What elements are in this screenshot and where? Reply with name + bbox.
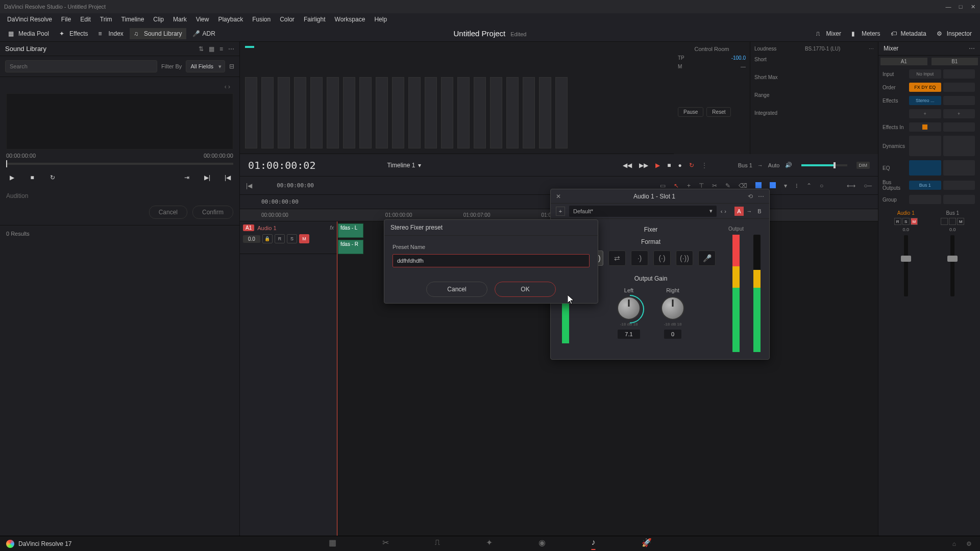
options-icon[interactable]: ⋯ — [969, 45, 975, 52]
flag-blue-icon[interactable] — [755, 182, 762, 188]
rewind-icon[interactable]: ◀◀ — [623, 162, 632, 169]
menu-item[interactable]: Color — [276, 14, 299, 24]
pointer-tool-icon[interactable]: ↖ — [674, 182, 679, 189]
search-input[interactable] — [5, 60, 157, 72]
menu-item[interactable]: Clip — [149, 14, 168, 24]
marker-blue-icon[interactable] — [770, 182, 776, 188]
add-marker-icon[interactable]: + — [687, 182, 691, 189]
add-effect-button[interactable]: + — [909, 109, 941, 118]
b-button[interactable]: B — [755, 207, 764, 216]
menu-item[interactable]: Timeline — [117, 14, 148, 24]
input-cell[interactable]: No Input — [909, 69, 941, 79]
menu-item[interactable]: Fairlight — [300, 14, 330, 24]
reset-icon[interactable]: ⟲ — [748, 193, 753, 200]
edit-page-icon[interactable]: ⎍ — [435, 538, 440, 550]
play-icon[interactable]: ▶ — [655, 162, 660, 169]
bus-output-cell[interactable]: Bus 1 — [909, 181, 941, 190]
menu-item[interactable]: Trim — [96, 14, 116, 24]
range-tool-icon[interactable]: ⊤ — [699, 182, 704, 189]
play-icon[interactable]: ▶ — [6, 172, 17, 183]
fader-slider[interactable] — [904, 235, 908, 296]
inspector-button[interactable]: ⚙Inspector — [933, 28, 976, 39]
fader-slider[interactable] — [950, 235, 954, 296]
audio-clip[interactable]: fdas - L — [338, 223, 363, 238]
track-name[interactable]: Audio 1 — [257, 225, 276, 231]
scrub-bar[interactable] — [6, 163, 233, 165]
main-timecode[interactable]: 01:00:00:02 — [248, 159, 315, 171]
index-button[interactable]: ≡Index — [94, 28, 128, 39]
track-header[interactable]: A1 Audio 1 fx 0.0 🔒 R S M — [240, 221, 337, 254]
record-arm-button[interactable]: R — [275, 234, 285, 243]
timecode-2[interactable]: 00:00:00:00 — [261, 198, 299, 205]
menu-item[interactable]: DaVinci Resolve — [3, 14, 56, 24]
arrow-icon[interactable]: → — [745, 207, 754, 216]
cancel-button[interactable]: Cancel — [149, 206, 187, 219]
menu-item[interactable]: View — [192, 14, 213, 24]
menu-item[interactable]: Workspace — [331, 14, 370, 24]
cancel-button[interactable]: Cancel — [426, 282, 487, 297]
playhead[interactable] — [337, 221, 337, 536]
format-side-button[interactable]: (·)) — [676, 251, 693, 266]
automation-icon[interactable]: ⋮ — [701, 162, 707, 169]
meters-button[interactable]: ▮Meters — [847, 28, 885, 39]
format-mic-button[interactable]: 🎤 — [698, 251, 716, 266]
options-icon[interactable]: ⋯ — [228, 45, 234, 53]
next-preset-icon[interactable]: › — [724, 208, 726, 214]
effects-in-cell[interactable] — [909, 122, 941, 132]
timeline-view-icon[interactable]: ▭ — [660, 182, 666, 189]
pause-button[interactable]: Pause — [678, 107, 703, 117]
track-db[interactable]: 0.0 — [243, 235, 260, 243]
menu-item[interactable]: File — [57, 14, 75, 24]
lock-icon[interactable]: 🔒 — [262, 234, 273, 243]
stop-icon[interactable]: ■ — [667, 162, 671, 169]
sort-icon[interactable]: ⇅ — [199, 45, 204, 53]
menu-item[interactable]: Fusion — [248, 14, 275, 24]
format-mono-button[interactable]: (·) — [653, 251, 671, 266]
razor-tool-icon[interactable]: ✂ — [712, 182, 717, 189]
bus-badge[interactable]: B1 — [932, 58, 978, 65]
home-icon[interactable]: ⌂ — [952, 540, 956, 547]
filter-icon[interactable]: ⊟ — [229, 63, 234, 70]
timeline-selector[interactable]: Timeline 1▾ — [387, 162, 421, 169]
sound-library-button[interactable]: ♫Sound Library — [130, 28, 186, 39]
list-view-icon[interactable]: ≡ — [219, 45, 223, 53]
loop-icon[interactable]: ↻ — [47, 172, 58, 183]
effects-button[interactable]: ✦Effects — [55, 28, 92, 39]
options-icon[interactable]: ⋯ — [758, 193, 764, 200]
fx-label[interactable]: fx — [330, 225, 334, 231]
speaker-icon[interactable]: 🔊 — [785, 162, 792, 168]
audio-clip[interactable]: fdas - R — [338, 240, 363, 254]
menu-item[interactable]: Mark — [169, 14, 191, 24]
prev-preset-icon[interactable]: ‹ — [721, 208, 723, 214]
track-badge[interactable]: A1 — [243, 224, 254, 231]
next-icon[interactable]: › — [228, 83, 230, 90]
timecode-1[interactable]: 00:00:00:00 — [277, 182, 314, 189]
adr-button[interactable]: 🎤ADR — [188, 28, 219, 39]
preset-dropdown[interactable]: Default*▾ — [569, 206, 717, 217]
fusion-page-icon[interactable]: ✦ — [486, 538, 493, 550]
format-swap-button[interactable]: ⇄ — [608, 251, 626, 266]
settings-icon[interactable]: ⚙ — [966, 540, 972, 547]
order-cell[interactable]: FX DY EQ — [909, 83, 941, 92]
record-icon[interactable]: ● — [678, 162, 681, 169]
goto-start-icon[interactable]: |◀ — [246, 182, 252, 189]
group-cell[interactable] — [909, 195, 941, 204]
solo-button[interactable]: S — [287, 234, 297, 243]
prev-icon[interactable]: ‹ — [225, 83, 227, 90]
fairlight-page-icon[interactable]: ♪ — [592, 538, 596, 550]
mixer-button[interactable]: ⎍Mixer — [812, 28, 845, 39]
auto-label[interactable]: Auto — [768, 162, 780, 168]
a-button[interactable]: A — [734, 207, 744, 216]
loop-icon[interactable]: ↻ — [689, 162, 694, 169]
forward-icon[interactable]: ▶▶ — [639, 162, 648, 169]
menu-item[interactable]: Help — [370, 14, 391, 24]
ok-button[interactable]: OK — [495, 282, 556, 297]
maximize-icon[interactable]: □ — [958, 4, 964, 10]
channel-badge[interactable]: A1 — [880, 58, 927, 65]
deliver-page-icon[interactable]: 🚀 — [642, 538, 652, 550]
effects-cell[interactable]: Stereo ... — [909, 96, 941, 105]
left-gain-knob[interactable] — [617, 296, 641, 320]
prev-clip-icon[interactable]: |◀ — [222, 172, 233, 183]
confirm-button[interactable]: Confirm — [192, 206, 233, 219]
minimize-icon[interactable]: — — [945, 4, 951, 10]
